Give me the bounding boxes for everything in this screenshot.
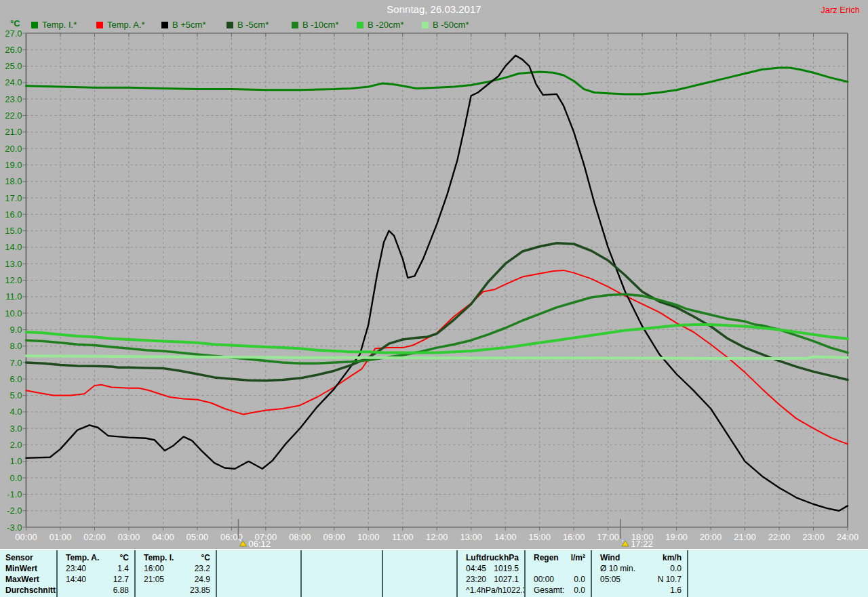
y-tick-label: 4.0 [9,407,22,417]
stats-cell-time: 14:40 [58,574,86,585]
stats-col-unit [863,552,868,563]
y-tick-label: 19.0 [5,160,22,170]
weather-chart-window: Sonntag, 26.03.2017 Jarz Erich °C Temp. … [0,0,868,597]
stats-cell-value [376,563,382,574]
y-tick-label: 22.0 [5,110,22,121]
y-tick-label: 13.0 [5,259,22,269]
y-tick-label: 9.0 [9,325,22,335]
stats-table: SensorMinWertMaxWertDurchschnittTemp. A.… [0,549,868,597]
stats-cell-time [383,574,391,585]
stats-cell-value [295,563,300,574]
stats-cell-value: 0.0 [574,585,591,596]
stats-cell-value [295,574,300,585]
x-tick-label: 00:00 [15,532,37,542]
y-tick-label: -1.0 [7,489,22,499]
stats-cell-time [136,585,144,596]
stats-cell-time [217,585,225,596]
stats-cell-value: 1022.3 [502,585,524,596]
stats-cell-time [688,574,696,585]
y-tick-label: -3.0 [7,522,22,533]
y-tick-label: 0.0 [9,473,22,483]
stats-cell-time: ^1.4hPa/h [458,585,502,596]
sunset-icon-sparkle [622,540,623,541]
stats-col-unit: l/m² [571,552,591,563]
sunset-icon-sparkle [624,539,625,540]
x-tick-label: 13:00 [460,532,482,542]
stats-col-header [217,552,225,563]
x-tick-label: 20:00 [700,532,722,542]
y-tick-label: 10.0 [5,308,22,318]
stats-cell-time [217,563,225,574]
stats-cell-time [383,585,391,596]
stats-cell-time [688,563,696,574]
stats-cell-value: 0.0 [670,563,687,574]
stats-cell-time [592,585,600,596]
stats-col-unit [376,552,382,563]
stats-cell-time: Gesamt: [526,585,564,596]
y-tick-label: 18.0 [5,176,22,186]
stats-col-unit: hPa [504,552,524,563]
y-tick-label: 14.0 [5,242,22,252]
x-tick-label: 11:00 [392,532,414,542]
stats-cell-value [376,574,382,585]
stats-cell-value [863,585,868,596]
x-tick-label: 02:00 [83,532,106,542]
stats-cell-time: 21:05 [136,574,164,585]
stats-cell-value: 1027.1 [494,574,524,585]
stats-col-header: Temp. I. [136,552,174,563]
x-tick-label: 09:00 [323,532,346,542]
stats-row-label: MinWert [0,563,37,574]
y-tick-label: 5.0 [9,390,22,400]
x-tick-label: 21:00 [734,532,756,542]
stats-cell-time: Ø 10 min. [592,563,635,574]
x-tick-label: 08:00 [289,532,311,542]
stats-col-wind: Windkm/hØ 10 min.0.005:05N 10.71.6 [592,550,688,597]
x-tick-label: 15:00 [528,532,551,542]
y-tick-label: 16.0 [5,209,22,220]
stats-cell-value [451,574,456,585]
stats-cell-value [451,563,456,574]
stats-cell-value [863,563,868,574]
y-tick-label: 25.0 [5,61,22,71]
x-tick-label: 14:00 [494,532,517,542]
stats-cell-value: 1019.5 [494,563,524,574]
y-tick-label: 17.0 [5,193,22,203]
stats-cell-time: 23:40 [58,563,86,574]
y-tick-label: 8.0 [9,341,22,351]
stats-col-regen: Regenl/m²00:000.0Gesamt:0.0 [526,550,592,597]
stats-col-empty-4 [383,550,458,597]
x-tick-label: 01:00 [50,532,72,542]
stats-cell-value: 24.9 [195,574,216,585]
y-tick-label: 21.0 [5,127,22,137]
stats-cell-time: 05:05 [592,574,620,585]
stats-cell-value: 0.0 [574,574,591,585]
y-tick-label: 24.0 [5,77,22,87]
y-tick-label: 2.0 [9,440,22,450]
stats-cell-time [217,574,225,585]
stats-cell-value [295,585,300,596]
y-tick-label: 11.0 [5,291,22,302]
x-tick-label: 05:00 [186,532,209,542]
stats-cell-time [526,563,534,574]
stats-cell-value: 23.2 [195,563,216,574]
stats-cell-value: 12.7 [113,574,134,585]
x-tick-label: 22:00 [768,532,791,542]
x-tick-label: 16:00 [563,532,585,542]
stats-cell-value [451,585,456,596]
sunrise-icon-sparkle [239,540,241,541]
stats-cell-time: 23:20 [458,574,486,585]
sunrise-icon-sparkle [241,539,243,540]
y-tick-label: 15.0 [5,226,22,236]
stats-cell-value: 1.4 [117,563,134,574]
stats-cell-value [585,563,591,574]
stats-col-unit: °C [120,552,134,563]
x-tick-label: 03:00 [118,532,140,542]
sunset-icon [622,541,629,546]
stats-col-temp-i-: Temp. I.°C16:0023.221:0524.923.85 [136,550,217,597]
stats-cell-time: 16:00 [136,563,164,574]
y-tick-label: 27.0 [5,28,22,39]
x-tick-label: 04:00 [152,532,174,542]
chart-canvas: 27.026.025.024.023.022.021.020.019.018.0… [0,0,868,549]
stats-cell-value: N 10.7 [658,574,687,585]
stats-col-header: Wind [592,552,620,563]
